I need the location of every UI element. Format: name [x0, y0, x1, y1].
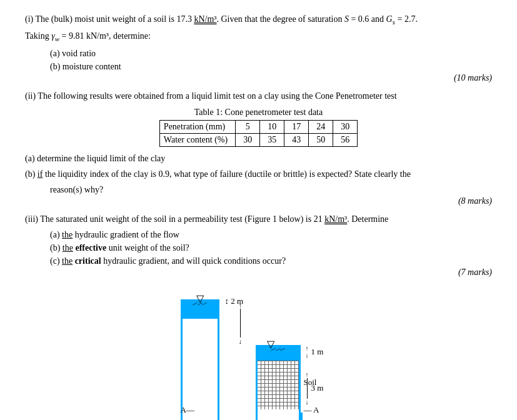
- q1-text: (i) The (bulk) moist unit weight of a so…: [25, 12, 492, 27]
- cell-30: 30: [333, 120, 358, 133]
- cell-24: 24: [309, 120, 333, 133]
- left-hash-marks: / / /: [181, 299, 219, 309]
- cell-50: 50: [309, 133, 333, 146]
- q2-marks: (8 marks): [25, 196, 492, 206]
- cone-penetrometer-table: Table 1: Cone penetrometer test data Pen…: [25, 108, 492, 147]
- header-water-content: Water content (%): [159, 133, 235, 146]
- q3-sub-a: (a) the hydraulic gradient of the flow: [50, 228, 492, 241]
- cell-43: 43: [284, 133, 309, 146]
- cell-10: 10: [260, 120, 284, 133]
- cell-17: 17: [284, 120, 309, 133]
- q3-sub-c: (c) the critical hydraulic gradient, and…: [50, 254, 492, 268]
- figure-1-container: ▽ ▽ ↕ 2 m ↑ ↓ ↑ ↓ 1 m: [25, 290, 492, 420]
- q2-sub-b-2: reason(s) why?: [50, 183, 492, 196]
- dim-1m-label: ↑ ↓ 1 m: [306, 345, 324, 359]
- q3-intro: (iii) The saturated unit weight of the s…: [25, 212, 492, 226]
- soil-fill: [258, 361, 299, 409]
- cell-5: 5: [236, 120, 260, 133]
- cell-30: 30: [236, 133, 260, 146]
- table-title: Table 1: Cone penetrometer test data: [25, 108, 492, 118]
- right-hash-marks: / / /: [256, 345, 301, 354]
- data-table: Penetration (mm) 5 10 17 24 30 Water con…: [159, 120, 358, 147]
- cell-35: 35: [260, 133, 284, 146]
- q1-marks: (10 marks): [25, 73, 492, 83]
- table-row-1: Penetration (mm) 5 10 17 24 30: [159, 120, 357, 133]
- dim-2m-arrow: ↑ ↓: [239, 301, 243, 345]
- q1-sub-b: (b) moisture content: [50, 60, 492, 73]
- right-vessel: [256, 345, 301, 420]
- label-A-left: A—: [181, 405, 194, 415]
- q1-taking: Taking γw = 9.81 kN/m³, determine:: [25, 29, 492, 44]
- cell-56: 56: [333, 133, 358, 146]
- soil-text-label: Soil: [304, 378, 317, 388]
- figure-diagram: ▽ ▽ ↕ 2 m ↑ ↓ ↑ ↓ 1 m: [146, 290, 371, 420]
- header-penetration: Penetration (mm): [159, 120, 235, 133]
- question-2: (ii) The following results were obtained…: [25, 89, 492, 206]
- dim-3m-label: ↑ ↓ 3 m: [306, 371, 324, 406]
- left-vessel: [181, 299, 219, 420]
- question-3: (iii) The saturated unit weight of the s…: [25, 212, 492, 420]
- q3-sub-b: (b) the effective unit weight of the soi…: [50, 241, 492, 254]
- q2-intro: (ii) The following results were obtained…: [25, 89, 492, 102]
- label-A-right: — A: [304, 405, 319, 415]
- question-1: (i) The (bulk) moist unit weight of a so…: [25, 12, 492, 83]
- q2-sub-b-1: (b) if the liquidity index of the clay i…: [25, 168, 492, 181]
- table-row-2: Water content (%) 30 35 43 50 56: [159, 133, 357, 146]
- q1-sub-a: (a) void ratio: [50, 47, 492, 60]
- q2-sub-a: (a) determine the liquid limit of the cl…: [25, 152, 492, 165]
- q3-marks: (7 marks): [25, 268, 492, 278]
